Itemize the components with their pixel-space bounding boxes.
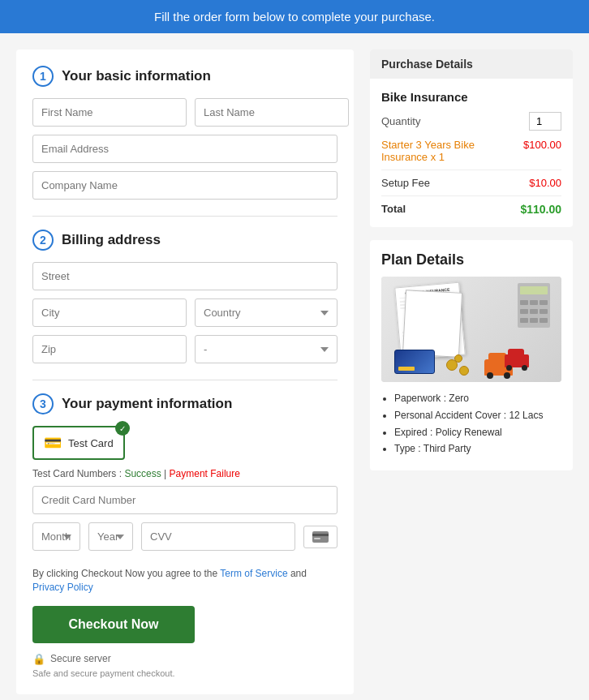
feature-1: Paperwork : Zero — [394, 392, 561, 406]
city-input[interactable] — [32, 298, 187, 327]
svg-rect-2 — [314, 538, 320, 539]
plan-image: CAR/BIKE INSURANCE — [381, 277, 561, 382]
state-select[interactable]: - — [195, 335, 337, 363]
left-panel: 1 Your basic information 2 — [16, 49, 354, 694]
car2-wheel-r — [522, 365, 527, 371]
email-row — [32, 135, 337, 163]
calc-btn-4 — [520, 309, 528, 314]
lock-icon: 🔒 — [32, 653, 45, 665]
country-select[interactable]: Country — [195, 298, 337, 327]
name-row — [32, 98, 337, 127]
email-input[interactable] — [32, 135, 337, 163]
total-price: $110.00 — [520, 203, 561, 216]
svg-rect-1 — [312, 534, 329, 536]
credit-card-visual — [394, 350, 435, 374]
street-input[interactable] — [32, 262, 337, 290]
safe-text: Safe and secure payment checkout. — [32, 668, 337, 678]
section1-title: Your basic information — [62, 68, 211, 84]
terms-and: and — [290, 568, 307, 579]
setup-fee-row: Setup Fee $10.00 — [381, 177, 561, 196]
cvv-card-icon — [303, 526, 337, 548]
setup-fee-label: Setup Fee — [381, 177, 430, 189]
car-red — [505, 354, 529, 367]
calc-btn-3 — [540, 300, 548, 305]
plan-details-card: Plan Details CAR/BIKE INSURANCE — [370, 240, 573, 470]
last-name-input[interactable] — [195, 98, 349, 127]
item-row: Starter 3 Years Bike Insurance x 1 $100.… — [381, 139, 561, 170]
section3-header: 3 Your payment information — [32, 393, 337, 414]
street-row — [32, 262, 337, 290]
section1-header: 1 Your basic information — [32, 66, 337, 87]
plan-features-list: Paperwork : Zero Personal Accident Cover… — [381, 392, 561, 456]
card-check-icon: ✓ — [115, 421, 130, 436]
calc-btn-9 — [540, 318, 548, 323]
card-icon: 💳 — [44, 434, 62, 452]
zip-state-row: - — [32, 335, 337, 363]
terms-prefix: By clicking Checkout Now you agree to th… — [32, 568, 220, 579]
credit-card-row — [32, 486, 337, 514]
calc-btn-2 — [530, 300, 538, 305]
chip — [398, 367, 415, 371]
quantity-row: Quantity — [381, 112, 561, 131]
feature-2: Personal Accident Cover : 12 Lacs — [394, 409, 561, 423]
item-name: Starter 3 Years Bike Insurance x 1 — [381, 139, 523, 163]
calculator — [518, 283, 550, 328]
purchase-details-header: Purchase Details — [370, 49, 573, 79]
card-svg-icon — [312, 531, 329, 543]
payment-bottom-row: Month Year — [32, 522, 337, 551]
section2-title: Billing address — [62, 232, 161, 248]
section2-header: 2 Billing address — [32, 230, 337, 251]
doc-back — [402, 290, 462, 358]
test-card-info: Test Card Numbers : Success | Payment Fa… — [32, 468, 337, 479]
section3-title: Your payment information — [62, 396, 232, 412]
quantity-input[interactable] — [529, 112, 561, 131]
month-select[interactable]: Month — [32, 522, 80, 551]
checkout-button[interactable]: Checkout Now — [32, 606, 195, 643]
credit-card-input[interactable] — [32, 486, 337, 514]
right-panel: Purchase Details Bike Insurance Quantity… — [370, 49, 573, 694]
total-row: Total $110.00 — [381, 203, 561, 216]
test-card-prefix: Test Card Numbers : — [32, 468, 124, 479]
car2-top — [508, 349, 524, 355]
cvv-input[interactable] — [141, 522, 295, 551]
feature-3: Expired : Policy Renewal — [394, 426, 561, 440]
plan-details-title: Plan Details — [381, 251, 561, 268]
card-option[interactable]: 💳 Test Card ✓ — [32, 426, 125, 460]
section1-number: 1 — [32, 66, 54, 87]
section-billing: 2 Billing address Country - — [32, 230, 337, 363]
quantity-label: Quantity — [381, 115, 420, 127]
section2-number: 2 — [32, 230, 54, 251]
divider-1 — [32, 216, 337, 217]
calc-btn-7 — [520, 318, 528, 323]
privacy-link[interactable]: Privacy Policy — [32, 582, 93, 593]
city-country-row: Country — [32, 298, 337, 327]
calc-btn-6 — [540, 309, 548, 314]
company-name-input[interactable] — [32, 171, 337, 200]
section3-number: 3 — [32, 393, 54, 414]
success-link[interactable]: Success — [124, 468, 161, 479]
tos-link[interactable]: Term of Service — [220, 568, 287, 579]
main-content: 1 Your basic information 2 — [0, 33, 589, 700]
coin-3 — [459, 366, 469, 376]
year-select[interactable]: Year — [88, 522, 133, 551]
purchase-details-body: Bike Insurance Quantity Starter 3 Years … — [370, 79, 573, 227]
car-wheel-l — [487, 372, 493, 379]
coin-2 — [454, 354, 462, 363]
divider-2 — [32, 380, 337, 380]
company-row — [32, 171, 337, 200]
failure-link[interactable]: Payment Failure — [170, 468, 240, 479]
purchase-details-card: Purchase Details Bike Insurance Quantity… — [370, 49, 573, 227]
setup-fee-price: $10.00 — [529, 177, 561, 189]
section-payment: 3 Your payment information 💳 Test Card ✓… — [32, 393, 337, 551]
calc-btn-1 — [520, 300, 528, 305]
section-basic-info: 1 Your basic information — [32, 66, 337, 200]
calc-btn-5 — [530, 309, 538, 314]
car-wheel-r — [504, 372, 510, 379]
banner-text: Fill the order form below to complete yo… — [154, 10, 435, 24]
item-price: $100.00 — [523, 139, 561, 163]
card-label: Test Card — [68, 437, 114, 449]
zip-input[interactable] — [32, 335, 187, 363]
calc-btn-8 — [530, 318, 538, 323]
first-name-input[interactable] — [32, 98, 187, 127]
feature-4: Type : Third Party — [394, 442, 561, 456]
